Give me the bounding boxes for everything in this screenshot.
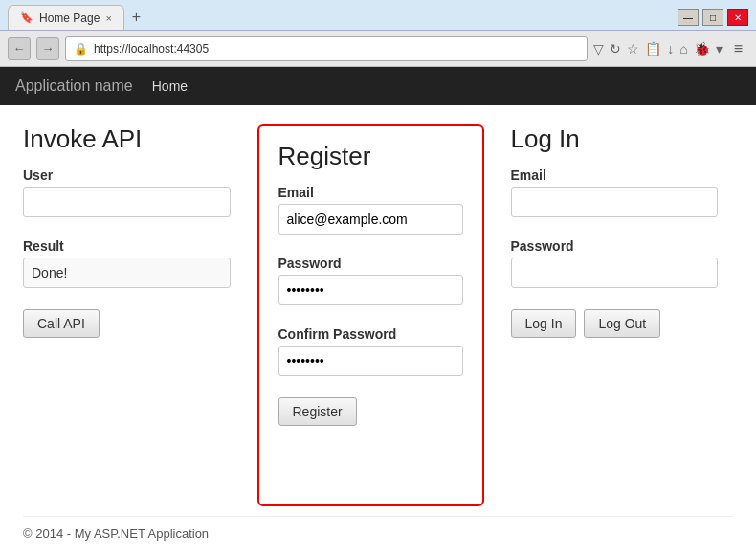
invoke-api-title: Invoke API [23,124,231,154]
address-icons: ▽ ↻ ☆ 📋 ↓ ⌂ 🐞 ▾ [593,41,722,56]
login-buttons: Log In Log Out [511,309,719,338]
page-content: Invoke API User Result Call API Register… [0,105,756,560]
close-button[interactable]: ✕ [727,9,748,26]
nav-bar: Application name Home [0,67,756,105]
register-confirm-group: Confirm Password [278,326,463,388]
login-title: Log In [511,124,719,154]
ext-dropdown-icon[interactable]: ▾ [716,41,723,56]
browser-window: 🔖 Home Page × + — □ ✕ ← → 🔒 https://loca… [0,0,756,560]
minimize-button[interactable]: — [678,9,699,26]
call-api-button[interactable]: Call API [23,309,100,338]
logout-button[interactable]: Log Out [584,309,660,338]
register-email-label: Email [278,185,463,200]
footer-text: © 2014 - My ASP.NET Application [23,526,209,541]
new-tab-button[interactable]: + [124,5,148,30]
register-email-group: Email [278,185,463,246]
register-email-input[interactable] [278,204,463,235]
menu-button[interactable]: ≡ [728,38,748,59]
register-confirm-label: Confirm Password [278,326,463,342]
register-confirm-input[interactable] [278,346,463,376]
address-text: https://localhost:44305 [94,42,209,56]
user-field-group: User [23,168,231,229]
user-input[interactable] [23,187,231,217]
home-icon[interactable]: ⌂ [679,41,687,56]
footer: © 2014 - My ASP.NET Application [23,516,733,541]
refresh-button[interactable]: ↻ [610,41,621,56]
home-nav-link[interactable]: Home [152,78,188,94]
dropdown-icon[interactable]: ▽ [593,41,604,56]
lock-icon: 🔒 [74,42,88,56]
login-password-input[interactable] [511,258,719,288]
address-bar: ← → 🔒 https://localhost:44305 ▽ ↻ ☆ 📋 ↓ … [0,31,756,67]
bookmark-icon[interactable]: ☆ [627,41,639,56]
tab-title: Home Page [39,11,100,25]
result-field-group: Result [23,238,231,300]
app-name: Application name [15,78,133,95]
user-label: User [23,168,231,183]
register-password-input[interactable] [278,275,463,305]
tab-icon: 🔖 [20,11,33,24]
login-section: Log In Email Password Log In Log Out [496,124,734,506]
address-input[interactable]: 🔒 https://localhost:44305 [65,36,588,61]
window-controls: — □ ✕ [678,9,748,30]
invoke-api-section: Invoke API User Result Call API [23,124,246,506]
login-password-group: Password [511,238,719,300]
login-email-label: Email [511,168,719,183]
register-title: Register [278,142,463,171]
login-button[interactable]: Log In [511,309,577,338]
forward-button[interactable]: → [36,37,59,60]
download-icon[interactable]: ↓ [667,41,674,56]
result-input[interactable] [23,258,231,288]
login-email-group: Email [511,168,719,229]
title-bar: 🔖 Home Page × + — □ ✕ [0,0,756,31]
result-label: Result [23,238,231,254]
extension-icon[interactable]: 🐞 [694,41,710,56]
register-button[interactable]: Register [278,397,357,426]
login-password-label: Password [511,238,719,254]
register-section: Register Email Password Confirm Password… [257,124,484,506]
register-password-group: Password [278,256,463,317]
register-password-label: Password [278,256,463,271]
back-button[interactable]: ← [8,37,31,60]
login-email-input[interactable] [511,187,719,217]
columns: Invoke API User Result Call API Register… [23,124,733,506]
browser-tab[interactable]: 🔖 Home Page × [8,5,124,30]
tab-close-button[interactable]: × [105,12,111,24]
maximize-button[interactable]: □ [702,9,723,26]
clipboard-icon[interactable]: 📋 [645,41,661,56]
